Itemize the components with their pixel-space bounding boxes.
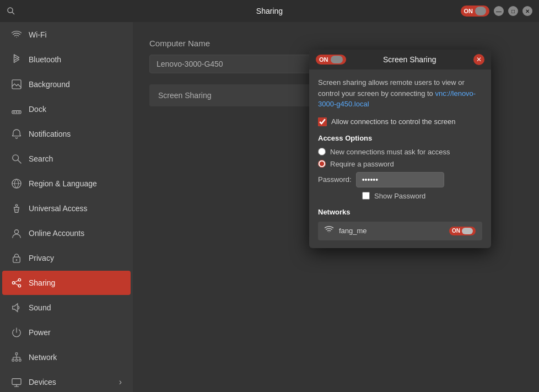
sidebar-item-network[interactable]: Network (2, 345, 131, 369)
svg-rect-20 (15, 353, 18, 355)
sidebar-item-bluetooth[interactable]: Bluetooth (2, 47, 131, 72)
sidebar-label-search: Search (29, 154, 53, 163)
radio-ask-row: New connections must ask for access (318, 148, 482, 156)
modal-toggle[interactable]: ON (316, 55, 346, 65)
svg-marker-19 (13, 304, 18, 312)
password-label: Password: (318, 175, 352, 184)
network-toggle-label: ON (452, 228, 460, 234)
radio-password[interactable] (318, 160, 326, 168)
network-row-fang-me: fang_me ON (318, 222, 482, 240)
svg-point-16 (18, 284, 21, 287)
toggle-thumb (475, 7, 486, 15)
minimize-button[interactable]: — (494, 6, 504, 16)
svg-rect-23 (15, 359, 18, 362)
sidebar-item-universal[interactable]: Universal Access (2, 196, 131, 221)
sidebar-item-online-accounts[interactable]: Online Accounts (2, 221, 131, 245)
sidebar-item-wifi[interactable]: Wi-Fi (2, 23, 131, 47)
screen-sharing-modal: ON Screen Sharing ✕ Screen sharing allow… (309, 50, 491, 248)
sidebar-label-universal: Universal Access (29, 204, 88, 213)
close-button[interactable]: ✕ (522, 6, 532, 16)
online-accounts-icon (11, 228, 22, 239)
radio-ask[interactable] (318, 148, 326, 155)
networks-heading: Networks (318, 208, 482, 216)
search-icon (7, 7, 15, 15)
show-password-checkbox[interactable] (362, 192, 370, 200)
region-icon (11, 178, 22, 189)
universal-icon (11, 203, 22, 214)
svg-rect-29 (12, 379, 21, 385)
sidebar: Wi-Fi Bluetooth Background (0, 22, 133, 392)
show-password-label: Show Password (374, 192, 425, 200)
svg-line-17 (15, 283, 18, 286)
radio-password-label: Require a password (330, 160, 394, 168)
sidebar-label-online-accounts: Online Accounts (29, 229, 84, 238)
power-icon (11, 327, 22, 338)
sidebar-label-bluetooth: Bluetooth (29, 55, 61, 64)
svg-point-6 (18, 111, 20, 113)
allow-connections-row: Allow connections to control the screen (318, 117, 482, 126)
devices-icon (11, 377, 22, 388)
svg-line-18 (15, 281, 18, 283)
notifications-icon (11, 128, 22, 139)
svg-point-4 (13, 111, 15, 113)
modal-titlebar: ON Screen Sharing ✕ (309, 50, 491, 69)
background-icon (11, 79, 22, 90)
sidebar-item-search[interactable]: Search (2, 147, 131, 171)
svg-rect-21 (12, 359, 14, 362)
sidebar-item-background[interactable]: Background (2, 72, 131, 96)
modal-toggle-label: ON (319, 56, 328, 63)
sidebar-item-sharing[interactable]: Sharing (2, 271, 131, 295)
main-layout: Wi-Fi Bluetooth Background (0, 22, 539, 392)
sidebar-label-network: Network (29, 353, 57, 362)
sidebar-item-power[interactable]: Power (2, 320, 131, 345)
sidebar-item-privacy[interactable]: Privacy (2, 246, 131, 270)
modal-title: Screen Sharing (351, 55, 470, 64)
bluetooth-icon (11, 54, 22, 65)
privacy-icon (11, 253, 22, 264)
radio-password-row: Require a password (318, 160, 482, 168)
sidebar-item-region[interactable]: Region & Language (2, 171, 131, 196)
toggle-label: ON (464, 8, 473, 14)
svg-point-0 (8, 8, 13, 13)
modal-close-button[interactable]: ✕ (473, 54, 484, 65)
svg-point-7 (13, 155, 19, 161)
svg-rect-2 (12, 80, 21, 89)
modal-toggle-thumb (331, 56, 343, 63)
svg-rect-22 (19, 359, 21, 362)
sidebar-label-background: Background (29, 80, 70, 89)
password-row: Password: (318, 172, 482, 187)
sidebar-label-notifications: Notifications (29, 130, 71, 138)
sidebar-label-wifi: Wi-Fi (29, 30, 47, 39)
dock-icon (11, 104, 22, 115)
password-input[interactable] (356, 172, 444, 187)
sidebar-item-sound[interactable]: Sound (2, 296, 131, 320)
search-sidebar-icon (11, 153, 22, 164)
svg-point-10 (15, 205, 18, 207)
svg-point-13 (16, 259, 18, 261)
sidebar-label-region: Region & Language (29, 179, 97, 188)
maximize-button[interactable]: □ (508, 6, 518, 16)
sidebar-item-dock[interactable]: Dock (2, 97, 131, 121)
sidebar-item-devices[interactable]: Devices (2, 370, 131, 392)
networks-section: Networks fang_me ON (318, 208, 482, 240)
sidebar-label-power: Power (29, 328, 51, 337)
svg-point-15 (12, 282, 15, 284)
sidebar-label-sharing: Sharing (29, 278, 55, 287)
sidebar-label-devices: Devices (29, 378, 56, 386)
svg-line-1 (12, 12, 14, 14)
network-toggle-thumb (462, 228, 473, 234)
titlebar: Sharing ON — □ ✕ (0, 0, 539, 22)
content-area: Computer Name Screen Sharing Active ON S… (133, 22, 539, 392)
window-controls: ON — □ ✕ (461, 6, 533, 17)
search-area[interactable] (7, 7, 18, 15)
allow-connections-checkbox[interactable] (318, 117, 327, 126)
wifi-icon (11, 29, 22, 40)
network-toggle[interactable]: ON (449, 227, 476, 235)
show-password-row: Show Password (362, 192, 482, 200)
modal-description: Screen sharing allows remote users to vi… (318, 77, 482, 110)
svg-point-5 (16, 111, 18, 113)
global-toggle[interactable]: ON (461, 6, 490, 17)
sidebar-label-sound: Sound (29, 303, 51, 312)
sidebar-item-notifications[interactable]: Notifications (2, 122, 131, 146)
svg-point-11 (14, 230, 18, 234)
